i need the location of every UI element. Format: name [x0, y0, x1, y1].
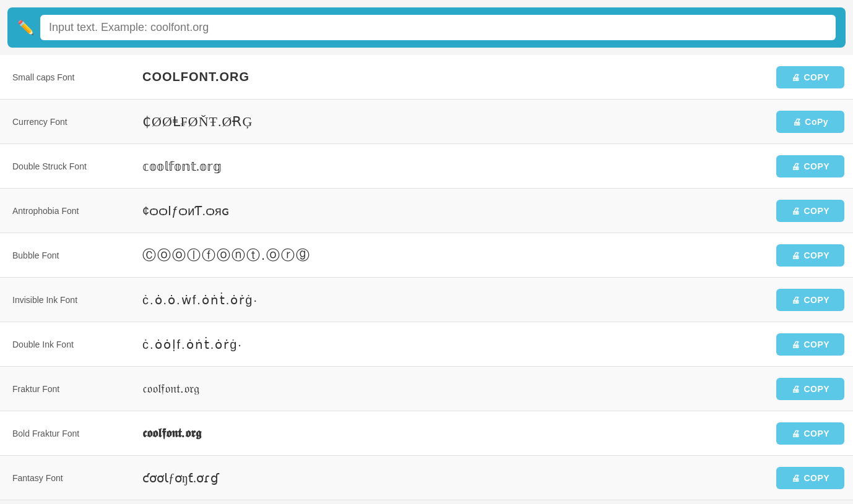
font-label: Fantasy Font — [0, 463, 136, 493]
copy-label: COPY — [803, 384, 829, 394]
copy-icon: 🖨 — [791, 384, 800, 394]
font-preview: ¢ѻѻӀƒѻиƬ.ѻяɢ — [136, 194, 768, 228]
font-preview: 𝕔𝕠𝕠𝕝𝕗𝕠𝕟𝕥.𝕠𝕣𝕘 — [136, 149, 768, 184]
copy-icon: 🖨 — [791, 473, 800, 483]
font-label: Antrophobia Font — [0, 196, 136, 226]
table-row: Fantasy FontƈơơƖƒơŋƭ.ơɾɠ🖨COPY — [0, 456, 853, 500]
font-label: Bubble Font — [0, 241, 136, 270]
pencil-icon: ✏️ — [17, 20, 34, 36]
copy-label: COPY — [803, 473, 829, 483]
copy-icon: 🖨 — [791, 206, 800, 216]
font-table: Small caps FontCOOLFONT.ORG🖨COPYCurrency… — [0, 55, 853, 500]
copy-icon: 🖨 — [792, 117, 802, 127]
font-label: Currency Font — [0, 107, 136, 137]
font-preview: 𝖈𝖔𝖔𝖑𝖋𝖔𝖓𝖙.𝖔𝖗𝖌 — [136, 416, 768, 450]
table-row: Bold Fraktur Font𝖈𝖔𝖔𝖑𝖋𝖔𝖓𝖙.𝖔𝖗𝖌🖨COPY — [0, 411, 853, 456]
copy-label: COPY — [803, 295, 829, 305]
copy-label: CoPy — [805, 117, 828, 127]
header-bar: ✏️ — [7, 7, 846, 48]
table-row: Bubble FontⒸⓞⓞⓛⓕⓞⓝⓣ.ⓞⓡⓖ🖨COPY — [0, 233, 853, 278]
font-label: Double Ink Font — [0, 330, 136, 359]
copy-label: COPY — [803, 206, 829, 216]
font-preview: ₵ØØⱠ₣ØŇŦ.ØɌĢ — [136, 104, 768, 140]
font-label: Small caps Font — [0, 62, 136, 92]
copy-button-5[interactable]: 🖨COPY — [776, 289, 844, 311]
table-row: Small caps FontCOOLFONT.ORG🖨COPY — [0, 55, 853, 100]
copy-label: COPY — [803, 429, 829, 438]
copy-button-4[interactable]: 🖨COPY — [776, 244, 844, 267]
table-row: Antrophobia Font¢ѻѻӀƒѻиƬ.ѻяɢ🖨COPY — [0, 189, 853, 233]
font-label: Double Struck Font — [0, 152, 136, 181]
copy-label: COPY — [803, 250, 829, 260]
copy-icon: 🖨 — [791, 72, 800, 82]
font-preview: ƈơơƖƒơŋƭ.ơɾɠ — [136, 461, 768, 495]
copy-button-0[interactable]: 🖨COPY — [776, 66, 844, 88]
copy-label: COPY — [803, 161, 829, 171]
copy-label: COPY — [803, 72, 829, 82]
font-label: Invisible Ink Font — [0, 285, 136, 315]
copy-icon: 🖨 — [791, 429, 800, 438]
copy-icon: 🖨 — [791, 250, 800, 260]
font-preview: ċ.ȯ.ȯ.ẇf.ȯṅṫ.ȯṙġ· — [136, 283, 768, 317]
table-row: Fraktur Font𝔠𝔬𝔬𝔩𝔣𝔬𝔫𝔱.𝔬𝔯𝔤🖨COPY — [0, 367, 853, 411]
copy-button-3[interactable]: 🖨COPY — [776, 200, 844, 222]
copy-button-2[interactable]: 🖨COPY — [776, 155, 844, 177]
font-preview: ċ.ȯȯḷf.ȯṅṫ.ȯṙġ· — [136, 327, 768, 362]
text-input[interactable] — [40, 15, 836, 40]
font-label: Fraktur Font — [0, 374, 136, 404]
table-row: Invisible Ink Fontċ.ȯ.ȯ.ẇf.ȯṅṫ.ȯṙġ·🖨COPY — [0, 278, 853, 322]
table-row: Double Struck Font𝕔𝕠𝕠𝕝𝕗𝕠𝕟𝕥.𝕠𝕣𝕘🖨COPY — [0, 144, 853, 189]
copy-button-7[interactable]: 🖨COPY — [776, 378, 844, 400]
copy-button-6[interactable]: 🖨COPY — [776, 333, 844, 356]
copy-icon: 🖨 — [791, 295, 800, 305]
copy-icon: 🖨 — [791, 161, 800, 171]
copy-button-1[interactable]: 🖨CoPy — [776, 111, 844, 133]
table-row: Double Ink Fontċ.ȯȯḷf.ȯṅṫ.ȯṙġ·🖨COPY — [0, 322, 853, 367]
main-container: ✏️ Small caps FontCOOLFONT.ORG🖨COPYCurre… — [0, 7, 853, 500]
copy-icon: 🖨 — [791, 340, 800, 349]
copy-button-8[interactable]: 🖨COPY — [776, 422, 844, 445]
table-row: Currency Font₵ØØⱠ₣ØŇŦ.ØɌĢ🖨CoPy — [0, 100, 853, 144]
font-label: Bold Fraktur Font — [0, 419, 136, 448]
copy-button-9[interactable]: 🖨COPY — [776, 467, 844, 489]
font-preview: COOLFONT.ORG — [136, 60, 768, 94]
copy-label: COPY — [803, 340, 829, 349]
font-preview: 𝔠𝔬𝔬𝔩𝔣𝔬𝔫𝔱.𝔬𝔯𝔤 — [136, 372, 768, 406]
font-preview: Ⓒⓞⓞⓛⓕⓞⓝⓣ.ⓞⓡⓖ — [136, 236, 768, 275]
